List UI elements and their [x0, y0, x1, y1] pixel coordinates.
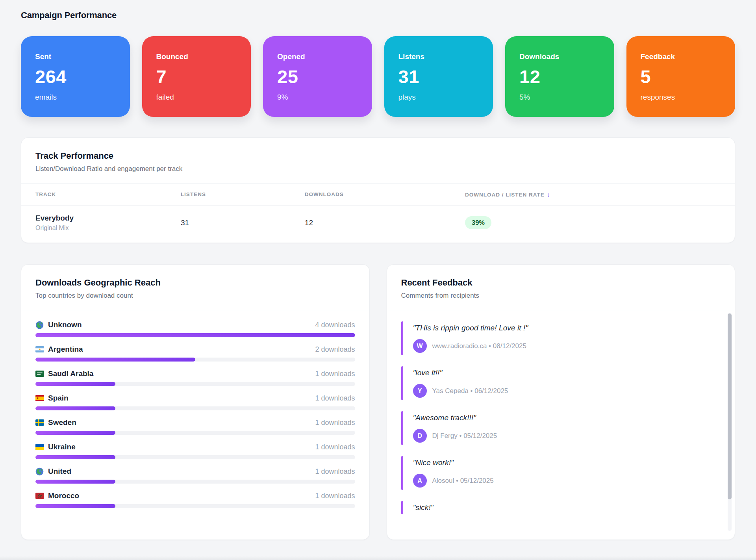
feedback-quote: "sick!" [413, 503, 714, 512]
rate-cell: 39% [465, 216, 721, 229]
country-name: Unknown [48, 321, 82, 329]
feedback-author-meta: Alosoul • 05/12/2025 [432, 477, 494, 485]
dashboard-page: Campaign Performance Sent 264 emails Bou… [0, 0, 756, 540]
stats-row: Sent 264 emails Bounced 7 failed Opened … [21, 36, 735, 117]
column-header-rate-label: DOWNLOAD / LISTEN RATE [465, 192, 545, 198]
globe-flag-icon [35, 321, 44, 329]
stat-sublabel: plays [398, 93, 479, 102]
feedback-quote: "Nice work!" [413, 458, 714, 467]
feedback-item: "Nice work!" A Alosoul • 05/12/2025 [401, 456, 714, 490]
stat-value: 264 [35, 66, 116, 87]
sweden-flag-icon [35, 419, 44, 427]
feedback-scrollbar-thumb[interactable] [728, 313, 732, 499]
country-list: Unknown 4 downloads Argen [21, 310, 369, 508]
feedback-quote: "Awesome track!!!" [413, 414, 714, 422]
column-header-rate[interactable]: DOWNLOAD / LISTEN RATE↓ [465, 191, 721, 198]
download-bar-fill [35, 358, 195, 362]
download-bar-track [35, 406, 355, 410]
avatar: D [413, 429, 427, 443]
stat-sublabel: responses [641, 93, 721, 102]
country-row: Argentina 2 downloads [35, 345, 355, 362]
download-count: 1 downloads [315, 443, 355, 451]
spain-flag-icon [35, 394, 44, 402]
page-title: Campaign Performance [21, 10, 735, 20]
geo-panel-title: Downloads Geographic Reach [35, 278, 355, 288]
page-bottom-edge [0, 556, 756, 560]
avatar: Y [413, 384, 427, 398]
listens-cell: 31 [181, 219, 305, 227]
country-row: Saudi Arabia 1 downloads [35, 369, 355, 386]
download-bar-track [35, 382, 355, 386]
stat-sublabel: emails [35, 93, 116, 102]
stat-value: 5 [641, 66, 721, 87]
download-bar-fill [35, 431, 115, 435]
track-table-header: TRACK LISTENS DOWNLOADS DOWNLOAD / LISTE… [21, 184, 735, 206]
feedback-author-meta: Yas Cepeda • 06/12/2025 [432, 387, 508, 395]
stat-card: Opened 25 9% [263, 36, 372, 117]
stat-card: Sent 264 emails [21, 36, 130, 117]
download-bar-fill [35, 406, 115, 410]
sort-descending-icon: ↓ [547, 191, 550, 198]
stat-card: Listens 31 plays [384, 36, 493, 117]
feedback-panel-header: Recent Feedback Comments from recipients [387, 265, 735, 310]
morocco-flag-icon [35, 492, 44, 500]
stat-value: 12 [519, 66, 600, 87]
country-name: United [48, 467, 71, 476]
feedback-panel-subtitle: Comments from recipients [401, 292, 721, 300]
feedback-quote: "love it!!" [413, 369, 714, 377]
download-bar-track [35, 455, 355, 459]
downloads-cell: 12 [305, 219, 465, 227]
download-bar-fill [35, 382, 115, 386]
download-count: 1 downloads [315, 394, 355, 402]
column-header-listens[interactable]: LISTENS [181, 191, 305, 197]
feedback-author-row: D Dj Fergy • 05/12/2025 [413, 429, 714, 443]
feedback-author-meta: Dj Fergy • 05/12/2025 [432, 432, 497, 440]
country-row: Sweden 1 downloads [35, 418, 355, 435]
rate-badge: 39% [465, 216, 491, 229]
stat-value: 25 [277, 66, 358, 87]
feedback-item: "sick!" [401, 501, 714, 514]
country-row: Ukraine 1 downloads [35, 443, 355, 459]
country-name: Saudi Arabia [48, 369, 93, 378]
column-header-downloads[interactable]: DOWNLOADS [305, 191, 465, 197]
argentina-flag-icon [35, 345, 44, 354]
stat-value: 7 [156, 66, 237, 87]
saudi-arabia-flag-icon [35, 370, 44, 378]
download-count: 1 downloads [315, 467, 355, 476]
geo-panel-subtitle: Top countries by download count [35, 292, 355, 300]
country-name: Sweden [48, 418, 76, 427]
stat-label: Listens [398, 52, 479, 61]
country-row: Spain 1 downloads [35, 394, 355, 410]
download-bar-fill [35, 333, 355, 337]
stat-card: Downloads 12 5% [505, 36, 614, 117]
geo-panel-header: Downloads Geographic Reach Top countries… [21, 265, 369, 310]
avatar: A [413, 474, 427, 488]
track-panel-title: Track Performance [35, 151, 721, 161]
feedback-author-meta: www.radioradio.ca • 08/12/2025 [432, 342, 526, 350]
track-panel-header: Track Performance Listen/Download Ratio … [21, 138, 735, 184]
ukraine-flag-icon [35, 443, 44, 451]
stat-card: Feedback 5 responses [626, 36, 736, 117]
stat-card: Bounced 7 failed [142, 36, 251, 117]
stat-label: Opened [277, 52, 358, 61]
feedback-item: "Awesome track!!!" D Dj Fergy • 05/12/20… [401, 411, 714, 445]
download-bar-track [35, 431, 355, 435]
country-name: Morocco [48, 491, 79, 500]
stat-sublabel: 9% [277, 93, 358, 102]
country-name: Spain [48, 394, 69, 402]
country-name: Ukraine [48, 443, 76, 451]
feedback-item: "love it!!" Y Yas Cepeda • 06/12/2025 [401, 366, 714, 400]
stat-label: Downloads [519, 52, 600, 61]
country-name: Argentina [48, 345, 83, 354]
stat-sublabel: failed [156, 93, 237, 102]
download-bar-track [35, 333, 355, 337]
download-bar-fill [35, 504, 115, 508]
download-count: 1 downloads [315, 370, 355, 378]
column-header-track[interactable]: TRACK [35, 191, 181, 197]
feedback-author-row: Y Yas Cepeda • 06/12/2025 [413, 384, 714, 398]
feedback-list: "THis is rippin good time! Love it !" W … [387, 310, 735, 536]
feedback-item: "THis is rippin good time! Love it !" W … [401, 321, 714, 355]
stat-label: Feedback [641, 52, 721, 61]
track-table-row[interactable]: Everybody Original Mix 31 12 39% [21, 206, 735, 243]
track-title: Everybody [35, 214, 181, 223]
